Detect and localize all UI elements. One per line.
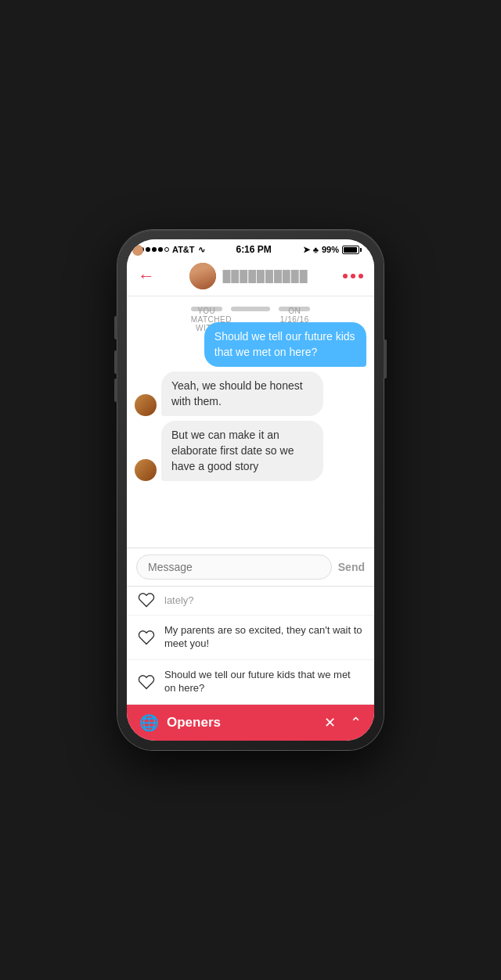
message-input-bar: Send xyxy=(127,547,374,586)
signal-strength xyxy=(139,247,169,252)
heart-icon-2 xyxy=(138,673,155,691)
openers-left: 🌐 Openers xyxy=(139,713,221,732)
phone-screen: AT&T ∿ 6:16 PM ➤ ♣ 99% ← xyxy=(127,239,374,741)
suggestion-text-2: Should we tell our future kids that we m… xyxy=(164,669,363,695)
suggestion-partial[interactable]: lately? xyxy=(127,587,374,616)
heart-icon-1 xyxy=(138,629,155,646)
chat-area: YOU MATCHED WITH ON 1/16/16 Should we te… xyxy=(127,296,374,547)
bluetooth-icon: ♣ xyxy=(313,245,319,254)
message-row-received-1: Yeah, we should be honest with them. xyxy=(135,372,366,416)
location-icon: ➤ xyxy=(303,245,310,255)
dot-1 xyxy=(343,274,348,278)
clock: 6:16 PM xyxy=(236,244,271,255)
status-bar: AT&T ∿ 6:16 PM ➤ ♣ 99% xyxy=(127,239,374,258)
dot-2 xyxy=(351,274,355,278)
message-row-received-2: But we can make it an elaborate first da… xyxy=(135,421,366,481)
nav-profile[interactable]: ██████████ xyxy=(189,263,308,289)
bubble-sent-1: Should we tell our future kids that we m… xyxy=(204,322,366,367)
match-notice-text: YOU MATCHED WITH xyxy=(191,307,222,311)
partial-suggestion-text: lately? xyxy=(164,594,194,606)
suggestion-item-2[interactable]: Should we tell our future kids that we m… xyxy=(127,660,374,705)
openers-label: Openers xyxy=(167,715,221,731)
match-notice: YOU MATCHED WITH ON 1/16/16 xyxy=(135,296,366,322)
battery-tip xyxy=(360,248,362,252)
openers-close-button[interactable]: ✕ xyxy=(324,714,336,731)
avatar-face xyxy=(189,263,216,289)
heart-icon-partial xyxy=(138,591,155,608)
avatar-received-2 xyxy=(135,459,157,481)
message-input[interactable] xyxy=(136,555,332,580)
battery-icon xyxy=(342,246,362,254)
globe-icon: 🌐 xyxy=(139,713,159,732)
openers-bar: 🌐 Openers ✕ ⌃ xyxy=(127,705,374,741)
avatar-received-1 xyxy=(135,394,157,416)
nav-bar: ← ██████████ xyxy=(127,258,374,296)
signal-dot-4 xyxy=(158,247,163,252)
signal-dot-3 xyxy=(152,247,157,252)
phone-frame: AT&T ∿ 6:16 PM ➤ ♣ 99% ← xyxy=(117,230,384,750)
back-button[interactable]: ← xyxy=(138,266,155,286)
battery-fill xyxy=(344,247,357,253)
openers-right: ✕ ⌃ xyxy=(324,714,362,731)
openers-up-button[interactable]: ⌃ xyxy=(350,714,362,731)
contact-name: ██████████ xyxy=(222,270,308,282)
status-right: ➤ ♣ 99% xyxy=(303,245,362,255)
suggestion-item-1[interactable]: My parents are so excited, they can't wa… xyxy=(127,616,374,660)
carrier-label: AT&T xyxy=(172,245,195,254)
match-date: ON 1/16/16 xyxy=(279,307,310,311)
message-row-sent: Should we tell our future kids that we m… xyxy=(135,322,366,367)
dot-3 xyxy=(359,274,363,278)
battery-body xyxy=(342,246,359,254)
send-button[interactable]: Send xyxy=(338,561,365,573)
avatar xyxy=(189,263,216,289)
name-redacted-bar xyxy=(231,307,270,311)
suggestion-text-1: My parents are so excited, they can't wa… xyxy=(164,624,363,651)
wifi-icon: ∿ xyxy=(198,245,205,255)
bubble-received-1: Yeah, we should be honest with them. xyxy=(161,372,323,416)
more-options-button[interactable] xyxy=(343,274,363,278)
status-left: AT&T ∿ xyxy=(139,245,205,255)
battery-percent: 99% xyxy=(322,245,339,254)
suggestions-panel: lately? My parents are so excited, they … xyxy=(127,586,374,705)
signal-dot-5 xyxy=(164,247,169,252)
signal-dot-2 xyxy=(146,247,150,252)
bubble-received-2: But we can make it an elaborate first da… xyxy=(161,421,323,481)
